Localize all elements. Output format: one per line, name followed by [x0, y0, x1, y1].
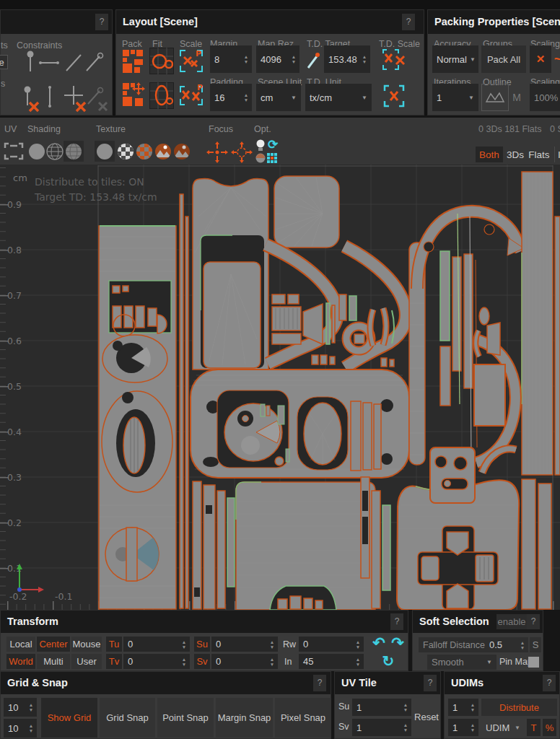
td-unit-dropdown[interactable]: tx/cm	[305, 84, 372, 111]
tile-reset-button[interactable]: Reset	[413, 708, 440, 725]
udim-mode-dropdown[interactable]: UDIM	[481, 719, 525, 736]
udim-index-spinner[interactable]	[468, 719, 477, 736]
grid-option-icon[interactable]	[267, 153, 279, 164]
scene-unit-dropdown[interactable]: cm	[256, 84, 301, 111]
transform-help-button[interactable]: ?	[390, 613, 403, 630]
vertical-constraint-icon[interactable]	[44, 84, 56, 113]
udim-count-field[interactable]: 1	[448, 699, 478, 716]
rw-spinner[interactable]	[354, 637, 362, 652]
scaling-mode-x-button[interactable]: ✕	[530, 45, 551, 73]
grid-snap-help-button[interactable]: ?	[313, 675, 326, 691]
udim-index-field[interactable]: 1	[448, 719, 478, 736]
falloff-spinner[interactable]	[518, 637, 527, 652]
tile-su-spinner[interactable]	[401, 699, 410, 716]
udim-pct-button[interactable]: %	[543, 719, 556, 736]
margin-snap-button[interactable]: Margin Snap	[216, 698, 273, 738]
td-scale-islands-icon[interactable]	[382, 48, 408, 72]
padding-field[interactable]: 16	[210, 84, 252, 111]
show-grid-button[interactable]: Show Grid	[41, 698, 97, 738]
scaling-mode-tilde-button[interactable]: ~	[553, 45, 560, 73]
scale-pack-button-icon[interactable]: P	[178, 48, 204, 74]
constraints-help-button[interactable]: ?	[95, 14, 108, 30]
fit-button[interactable]	[149, 48, 174, 74]
udim-count-spinner[interactable]	[468, 699, 477, 716]
accuracy-dropdown[interactable]: Normal	[432, 45, 478, 73]
space-multi-button[interactable]: Multi	[37, 654, 70, 669]
tile-sv-spinner[interactable]	[401, 719, 410, 736]
outline-button[interactable]	[481, 84, 509, 111]
pack-all-button[interactable]: Pack All	[481, 45, 526, 73]
pivot-mouse-button[interactable]: Mouse	[71, 637, 102, 652]
falloff-s-button[interactable]: S	[530, 637, 541, 652]
pin-map-checkbox[interactable]	[528, 657, 539, 668]
texture-none-button[interactable]	[95, 141, 115, 162]
texture-image-icon[interactable]	[154, 143, 172, 160]
filter-both-button[interactable]: Both	[476, 147, 503, 162]
tv-spinner[interactable]	[180, 654, 188, 669]
tu-toggle[interactable]: Tu	[106, 637, 122, 652]
in-spinner[interactable]	[354, 654, 362, 669]
texture-checker-icon[interactable]	[117, 143, 134, 160]
pack-translate-button-icon[interactable]	[122, 82, 145, 107]
pivot-center-button[interactable]: Center	[37, 637, 70, 652]
sphere-option-icon[interactable]	[255, 153, 266, 163]
pixel-snap-button[interactable]: Pixel Snap	[275, 698, 331, 738]
sv-spinner[interactable]	[268, 654, 276, 669]
pivot-local-button[interactable]: Local	[6, 637, 35, 652]
shading-wire-icon[interactable]	[46, 143, 64, 160]
space-world-button[interactable]: World	[6, 654, 35, 669]
falloff-mode-dropdown[interactable]: Smooth	[427, 655, 496, 670]
tv-toggle[interactable]: Tv	[106, 654, 122, 669]
margin-spinner[interactable]	[242, 45, 250, 73]
filter-3ds-button[interactable]: 3Ds	[505, 147, 525, 162]
texture-image-alt-icon[interactable]	[173, 143, 191, 160]
iterations-dropdown[interactable]: 1	[432, 84, 478, 111]
td-target-spinner[interactable]	[360, 45, 369, 73]
shading-shaded-wire-button[interactable]	[64, 141, 84, 162]
tile-su-field[interactable]: 1	[352, 699, 411, 716]
pin-constraint-icon[interactable]	[21, 48, 40, 74]
texture-checker-color-icon[interactable]	[136, 143, 153, 160]
outline-m-button[interactable]: M	[510, 84, 523, 111]
grid-y-spinner[interactable]	[27, 719, 35, 738]
td-scale-apply-icon[interactable]	[382, 84, 408, 108]
fit-ellipse-button[interactable]	[149, 82, 174, 109]
tile-sv-field[interactable]: 1	[352, 719, 411, 736]
map-rez-field[interactable]: 4096	[256, 45, 299, 73]
su-spinner[interactable]	[268, 637, 276, 652]
soft-selection-enable-button[interactable]: enable	[496, 614, 527, 629]
uv-viewport[interactable]: cm 0.9 0.8 0.7 0.6 0.5 0.4 0.3 0.2 0.1 -…	[0, 165, 560, 610]
rotate-icon[interactable]: ↻	[380, 652, 397, 670]
margin-field[interactable]: 8	[210, 45, 252, 73]
space-user-button[interactable]: User	[71, 654, 102, 669]
shading-flat-icon[interactable]	[28, 143, 45, 160]
tu-field[interactable]: 0	[123, 637, 190, 652]
grid-x-field[interactable]: 10	[4, 698, 37, 717]
soft-selection-help-button[interactable]: ?	[527, 614, 540, 629]
td-target-field[interactable]: 153.48	[324, 45, 370, 73]
filter-flats-button[interactable]: Flats	[527, 147, 551, 162]
edge-fragment-button[interactable]: e	[0, 55, 8, 69]
focus-all-icon[interactable]	[231, 141, 253, 163]
refresh-icon[interactable]: ⟳	[266, 137, 279, 152]
point-snap-button[interactable]: Point Snap	[157, 698, 214, 738]
focus-selection-icon[interactable]	[206, 141, 228, 163]
su-field[interactable]: 0	[211, 637, 278, 652]
uv-frame-icon[interactable]	[3, 141, 25, 161]
redo-icon[interactable]: ↷	[389, 634, 406, 652]
diagonal-constraint-icon[interactable]	[64, 48, 83, 74]
td-eyedropper-icon[interactable]	[305, 49, 323, 71]
layout-help-button[interactable]: ?	[402, 14, 415, 30]
tv-field[interactable]: 0	[123, 654, 190, 669]
scale-pack-p-button-icon[interactable]: P	[178, 82, 204, 109]
uv-tile-help-button[interactable]: ?	[424, 675, 437, 691]
map-rez-spinner[interactable]	[289, 45, 298, 73]
udim-t-button[interactable]: T	[527, 719, 541, 736]
horizontal-constraint-icon[interactable]	[38, 48, 60, 74]
tu-spinner[interactable]	[180, 637, 188, 652]
filter-iso-button[interactable]: Iso	[554, 147, 560, 162]
light-bulb-icon[interactable]	[255, 139, 266, 152]
udims-help-button[interactable]: ?	[543, 675, 556, 691]
falloff-distance-field[interactable]: Falloff Distance 0.5	[419, 637, 528, 652]
distribute-button[interactable]: Distribute	[481, 699, 557, 716]
